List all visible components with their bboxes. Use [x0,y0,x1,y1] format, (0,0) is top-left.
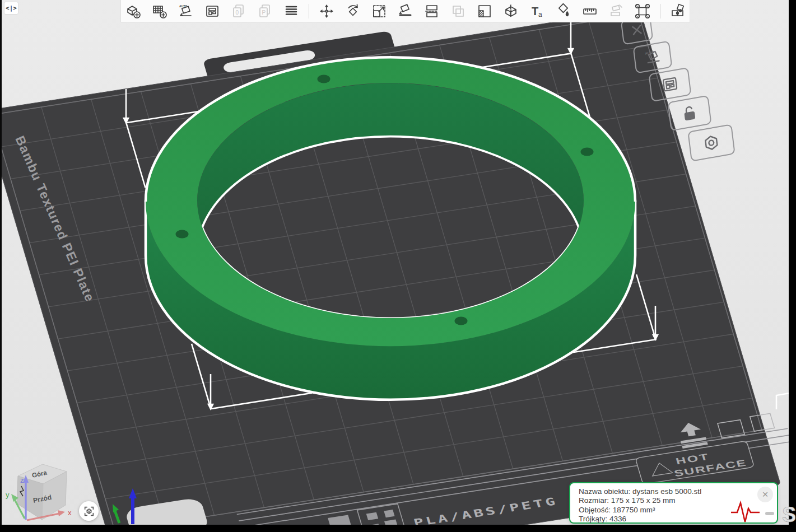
svg-text:T: T [532,5,538,17]
seam-icon [608,3,624,19]
toolbar-measure-button[interactable] [581,2,599,20]
close-icon[interactable]: × [757,487,773,502]
toolbar-text-button[interactable]: Ta [528,2,546,20]
toolbar-seam-button[interactable] [607,2,625,20]
toolbar-color-paint-button[interactable] [555,2,572,20]
color-paint-icon [556,3,571,19]
slicer-window: PLA/ABS/PETG HOT SURFACE [0,0,796,532]
toolbar-cut-button[interactable] [502,2,520,20]
supports-icon [635,3,650,19]
toolbar-place-on-face-button[interactable] [397,2,415,20]
axis-x-label: x [68,508,72,517]
object-size: Rozmiar: 175 x 175 x 25 mm [579,496,752,505]
object-info-panel: Nazwa obiektu: dystans esb 5000.stl Rozm… [569,482,778,524]
toolbar-rotate-button[interactable] [344,2,362,20]
lock-plate-icon [676,102,704,125]
move-icon [319,3,334,19]
toolbar-assembly-view-button[interactable] [669,2,687,20]
toolbar-variable-layer-height-button[interactable] [476,2,494,20]
toolbar-page-p-button[interactable]: P [256,2,274,20]
cube-scan-icon [83,505,95,517]
reset-view-button[interactable] [79,501,99,521]
cut-icon [503,3,519,19]
svg-text:0: 0 [235,10,239,16]
rotate-icon [345,3,361,19]
layers-icon [283,3,299,19]
toolbar-split-button[interactable] [423,2,441,20]
toolbar-move-button[interactable] [318,2,336,20]
page-p-icon: P [257,3,273,19]
add-model-icon [125,3,141,19]
arrange-icon [204,3,220,19]
toolbar-add-model-button[interactable] [124,2,142,20]
add-plate-icon [152,3,167,19]
view-cube[interactable]: Góra Przód z y x [6,464,72,520]
object-triangles: Trójkąty: 4336 [579,515,752,524]
svg-text:P: P [262,10,266,16]
toolbar-merge-button[interactable] [449,2,467,20]
toolbar-supports-button[interactable] [634,2,651,20]
measure-icon [582,3,598,19]
main-toolbar: AUTO0PTa [120,0,690,22]
object-name: Nazwa obiektu: dystans esb 5000.stl [579,487,752,496]
window-frame-right [789,0,796,532]
sidebar-collapse-button[interactable]: <|> [4,2,18,15]
auto-orient-plate-icon: AUTO [640,46,665,67]
axis-z-label: z [20,476,24,484]
window-frame-left [0,0,2,532]
text-icon: Ta [529,3,545,19]
delete-all-objects-icon [627,21,648,40]
toolbar-arrange-button[interactable] [203,2,221,20]
scale-icon [371,3,387,19]
toolbar-separator [660,4,660,18]
object-volume: Objętość: 187750 mm³ [579,506,752,515]
toolbar-layers-button[interactable] [282,2,300,20]
plate-settings-icon [696,131,727,155]
toolbar-add-plate-button[interactable] [151,2,169,20]
toolbar-auto-orient-button[interactable]: AUTO [177,2,195,20]
svg-text:a: a [538,11,542,18]
arrange-plate-icon [656,73,683,95]
window-frame-bottom [0,525,796,532]
place-on-face-icon [398,3,413,19]
split-icon [424,3,440,19]
variable-layer-height-icon [477,3,492,19]
toolbar-page-zero-button[interactable]: 0 [230,2,248,20]
toolbar-scale-button[interactable] [370,2,388,20]
toolbar-separator [309,4,309,18]
merge-icon [450,3,466,19]
auto-orient-icon: AUTO [178,3,194,19]
axis-y-label: y [6,491,10,499]
page-zero-icon: 0 [231,3,246,19]
assembly-view-icon [670,3,686,19]
